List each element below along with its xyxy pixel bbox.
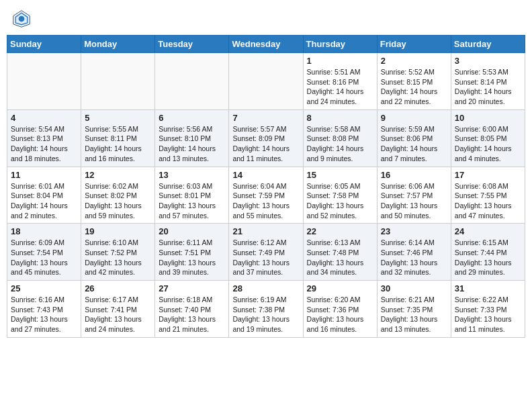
day-number: 16 <box>381 170 447 180</box>
weekday-header-thursday: Thursday <box>303 36 377 53</box>
day-info: Sunrise: 6:10 AM Sunset: 7:52 PM Dayligh… <box>85 238 151 277</box>
calendar-day-cell: 21Sunrise: 6:12 AM Sunset: 7:49 PM Dayli… <box>229 224 303 281</box>
calendar-day-cell: 30Sunrise: 6:21 AM Sunset: 7:35 PM Dayli… <box>377 281 451 338</box>
day-info: Sunrise: 6:21 AM Sunset: 7:35 PM Dayligh… <box>381 295 447 334</box>
calendar-day-cell: 6Sunrise: 5:56 AM Sunset: 8:10 PM Daylig… <box>155 109 229 167</box>
page-header <box>7 7 525 31</box>
day-info: Sunrise: 6:12 AM Sunset: 7:49 PM Dayligh… <box>232 238 299 277</box>
day-info: Sunrise: 6:04 AM Sunset: 7:59 PM Dayligh… <box>232 181 299 221</box>
day-info: Sunrise: 5:56 AM Sunset: 8:10 PM Dayligh… <box>159 124 225 164</box>
day-info: Sunrise: 6:01 AM Sunset: 8:04 PM Dayligh… <box>11 181 77 221</box>
svg-point-3 <box>19 16 25 22</box>
day-number: 31 <box>455 283 521 293</box>
day-number: 23 <box>381 226 447 236</box>
day-info: Sunrise: 6:05 AM Sunset: 7:58 PM Dayligh… <box>307 181 373 221</box>
day-info: Sunrise: 5:58 AM Sunset: 8:08 PM Dayligh… <box>307 124 373 164</box>
weekday-header-sunday: Sunday <box>7 36 81 53</box>
day-info: Sunrise: 5:54 AM Sunset: 8:13 PM Dayligh… <box>11 124 77 164</box>
calendar-day-cell: 5Sunrise: 5:55 AM Sunset: 8:11 PM Daylig… <box>81 109 155 167</box>
day-number: 1 <box>307 56 373 66</box>
calendar-day-cell: 7Sunrise: 5:57 AM Sunset: 8:09 PM Daylig… <box>229 109 303 167</box>
day-info: Sunrise: 6:00 AM Sunset: 8:05 PM Dayligh… <box>455 124 521 164</box>
calendar-week-row: 18Sunrise: 6:09 AM Sunset: 7:54 PM Dayli… <box>7 224 525 281</box>
day-number: 9 <box>381 113 447 123</box>
day-info: Sunrise: 6:09 AM Sunset: 7:54 PM Dayligh… <box>11 238 77 277</box>
calendar-week-row: 11Sunrise: 6:01 AM Sunset: 8:04 PM Dayli… <box>7 167 525 224</box>
weekday-header-friday: Friday <box>377 36 451 53</box>
day-number: 6 <box>159 113 225 123</box>
day-number: 8 <box>307 113 373 123</box>
day-number: 27 <box>159 283 225 293</box>
calendar-week-row: 1Sunrise: 5:51 AM Sunset: 8:16 PM Daylig… <box>7 53 525 110</box>
day-number: 21 <box>232 226 299 236</box>
day-number: 19 <box>85 226 151 236</box>
calendar-day-cell: 23Sunrise: 6:14 AM Sunset: 7:46 PM Dayli… <box>377 224 451 281</box>
calendar-day-cell: 3Sunrise: 5:53 AM Sunset: 8:14 PM Daylig… <box>451 53 525 110</box>
calendar-day-cell <box>229 53 303 110</box>
calendar-day-cell: 27Sunrise: 6:18 AM Sunset: 7:40 PM Dayli… <box>155 281 229 338</box>
calendar-day-cell: 26Sunrise: 6:17 AM Sunset: 7:41 PM Dayli… <box>81 281 155 338</box>
weekday-header-row: SundayMondayTuesdayWednesdayThursdayFrid… <box>7 36 525 53</box>
day-info: Sunrise: 6:02 AM Sunset: 8:02 PM Dayligh… <box>85 181 151 221</box>
calendar-day-cell: 13Sunrise: 6:03 AM Sunset: 8:01 PM Dayli… <box>155 167 229 224</box>
day-number: 30 <box>381 283 447 293</box>
day-number: 22 <box>307 226 373 236</box>
day-number: 26 <box>85 283 151 293</box>
calendar-day-cell: 31Sunrise: 6:22 AM Sunset: 7:33 PM Dayli… <box>451 281 525 338</box>
day-info: Sunrise: 6:20 AM Sunset: 7:36 PM Dayligh… <box>307 295 373 334</box>
weekday-header-tuesday: Tuesday <box>155 36 229 53</box>
day-number: 14 <box>232 170 299 180</box>
day-number: 7 <box>232 113 299 123</box>
day-info: Sunrise: 5:51 AM Sunset: 8:16 PM Dayligh… <box>307 67 373 107</box>
calendar-day-cell: 12Sunrise: 6:02 AM Sunset: 8:02 PM Dayli… <box>81 167 155 224</box>
day-number: 4 <box>11 113 77 123</box>
calendar-day-cell <box>7 53 81 110</box>
calendar-day-cell: 17Sunrise: 6:08 AM Sunset: 7:55 PM Dayli… <box>451 167 525 224</box>
weekday-header-monday: Monday <box>81 36 155 53</box>
calendar-day-cell: 8Sunrise: 5:58 AM Sunset: 8:08 PM Daylig… <box>303 109 377 167</box>
calendar-day-cell: 24Sunrise: 6:15 AM Sunset: 7:44 PM Dayli… <box>451 224 525 281</box>
day-info: Sunrise: 5:53 AM Sunset: 8:14 PM Dayligh… <box>455 67 521 107</box>
calendar-day-cell: 15Sunrise: 6:05 AM Sunset: 7:58 PM Dayli… <box>303 167 377 224</box>
day-number: 28 <box>232 283 299 293</box>
calendar-day-cell: 11Sunrise: 6:01 AM Sunset: 8:04 PM Dayli… <box>7 167 81 224</box>
day-number: 25 <box>11 283 77 293</box>
day-number: 15 <box>307 170 373 180</box>
day-number: 13 <box>159 170 225 180</box>
day-number: 24 <box>455 226 521 236</box>
day-info: Sunrise: 6:08 AM Sunset: 7:55 PM Dayligh… <box>455 181 521 221</box>
day-info: Sunrise: 6:16 AM Sunset: 7:43 PM Dayligh… <box>11 295 77 334</box>
calendar-day-cell: 18Sunrise: 6:09 AM Sunset: 7:54 PM Dayli… <box>7 224 81 281</box>
day-info: Sunrise: 6:03 AM Sunset: 8:01 PM Dayligh… <box>159 181 225 221</box>
calendar-day-cell: 28Sunrise: 6:19 AM Sunset: 7:38 PM Dayli… <box>229 281 303 338</box>
calendar-day-cell: 9Sunrise: 5:59 AM Sunset: 8:06 PM Daylig… <box>377 109 451 167</box>
day-info: Sunrise: 6:11 AM Sunset: 7:51 PM Dayligh… <box>159 238 225 277</box>
day-info: Sunrise: 5:52 AM Sunset: 8:15 PM Dayligh… <box>381 67 447 107</box>
day-number: 17 <box>455 170 521 180</box>
day-info: Sunrise: 6:19 AM Sunset: 7:38 PM Dayligh… <box>232 295 299 334</box>
calendar-day-cell: 25Sunrise: 6:16 AM Sunset: 7:43 PM Dayli… <box>7 281 81 338</box>
weekday-header-wednesday: Wednesday <box>229 36 303 53</box>
day-info: Sunrise: 6:18 AM Sunset: 7:40 PM Dayligh… <box>159 295 225 334</box>
calendar-day-cell: 2Sunrise: 5:52 AM Sunset: 8:15 PM Daylig… <box>377 53 451 110</box>
day-number: 3 <box>455 56 521 66</box>
logo <box>12 9 34 28</box>
calendar-day-cell <box>155 53 229 110</box>
day-number: 29 <box>307 283 373 293</box>
day-number: 12 <box>85 170 151 180</box>
day-number: 5 <box>85 113 151 123</box>
calendar-day-cell: 16Sunrise: 6:06 AM Sunset: 7:57 PM Dayli… <box>377 167 451 224</box>
day-info: Sunrise: 5:55 AM Sunset: 8:11 PM Dayligh… <box>85 124 151 164</box>
calendar-week-row: 25Sunrise: 6:16 AM Sunset: 7:43 PM Dayli… <box>7 281 525 338</box>
day-number: 11 <box>11 170 77 180</box>
day-number: 2 <box>381 56 447 66</box>
calendar-day-cell: 20Sunrise: 6:11 AM Sunset: 7:51 PM Dayli… <box>155 224 229 281</box>
day-number: 20 <box>159 226 225 236</box>
day-info: Sunrise: 5:57 AM Sunset: 8:09 PM Dayligh… <box>232 124 299 164</box>
day-number: 18 <box>11 226 77 236</box>
calendar-day-cell: 22Sunrise: 6:13 AM Sunset: 7:48 PM Dayli… <box>303 224 377 281</box>
day-info: Sunrise: 6:13 AM Sunset: 7:48 PM Dayligh… <box>307 238 373 277</box>
calendar-table: SundayMondayTuesdayWednesdayThursdayFrid… <box>7 35 525 338</box>
calendar-day-cell: 1Sunrise: 5:51 AM Sunset: 8:16 PM Daylig… <box>303 53 377 110</box>
day-info: Sunrise: 5:59 AM Sunset: 8:06 PM Dayligh… <box>381 124 447 164</box>
